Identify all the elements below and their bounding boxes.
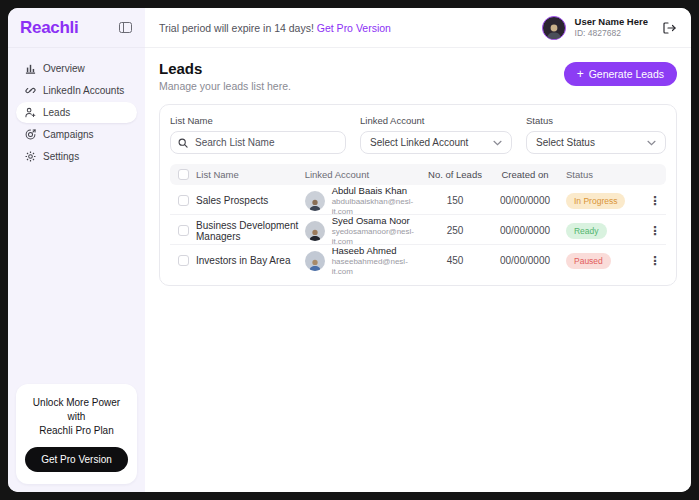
page-title: Leads (159, 60, 291, 77)
get-pro-version-link[interactable]: Get Pro Version (317, 22, 391, 34)
screenshot-frame: Reachli Overview LinkedIn Accounts (0, 0, 699, 500)
trial-banner: Trial period will expire in 14 days! Get… (159, 22, 391, 34)
plus-icon: + (577, 68, 584, 80)
sidebar-logo-row: Reachli (8, 8, 145, 48)
status-select[interactable]: Select Status (526, 131, 666, 154)
list-name-cell: Business Development Managers (196, 220, 305, 242)
filter-list-name: List Name (170, 115, 346, 154)
generate-leads-button[interactable]: + Generate Leads (564, 62, 677, 86)
status-badge: Ready (566, 223, 607, 239)
sidebar-collapse-icon[interactable] (117, 20, 133, 36)
row-actions-kebab-icon[interactable]: ⋮ (644, 195, 666, 207)
table-row: Sales Prospects Abdul Baais Khan abdulba… (170, 185, 666, 215)
brand-logo: Reachli (20, 18, 78, 38)
leads-page: Leads Manage your leads list here. + Gen… (145, 48, 691, 492)
account-avatar (305, 221, 325, 241)
promo-text-line2: Reachli Pro Plan (24, 424, 129, 438)
sidebar-nav: Overview LinkedIn Accounts Leads Campaig… (8, 48, 145, 167)
link-icon (24, 85, 36, 97)
user-name: User Name Here (575, 16, 648, 28)
page-header-text: Leads Manage your leads list here. (159, 60, 291, 92)
chevron-down-icon (647, 140, 656, 146)
filter-list-name-label: List Name (170, 115, 346, 126)
get-pro-version-button[interactable]: Get Pro Version (25, 447, 128, 472)
sidebar-item-label: Overview (43, 63, 85, 74)
row-checkbox[interactable] (178, 195, 189, 206)
search-list-name-input[interactable] (170, 131, 346, 154)
col-status: Status (566, 169, 644, 180)
topbar: Trial period will expire in 14 days! Get… (145, 8, 691, 48)
user-box[interactable]: User Name Here ID: 4827682 (542, 16, 677, 40)
status-cell: Ready (566, 223, 644, 239)
sidebar-item-linkedin-accounts[interactable]: LinkedIn Accounts (16, 80, 137, 101)
created-on-cell: 00/00/0000 (484, 225, 566, 236)
sidebar-item-label: Settings (43, 151, 79, 162)
linked-account-select[interactable]: Select Linked Account (360, 131, 512, 154)
row-actions-kebab-icon[interactable]: ⋮ (644, 225, 666, 237)
person-add-icon (24, 107, 36, 119)
leads-count-cell: 450 (426, 255, 484, 266)
sidebar-spacer (8, 167, 145, 376)
row-checkbox[interactable] (178, 225, 189, 236)
sidebar-item-settings[interactable]: Settings (16, 146, 137, 167)
leads-table: List Name Linked Account No. of Leads Cr… (170, 164, 666, 275)
table-header-row: List Name Linked Account No. of Leads Cr… (170, 164, 666, 185)
main-area: Trial period will expire in 14 days! Get… (145, 8, 691, 492)
account-meta: Haseeb Ahmed haseebahmed@nesl-it.com (332, 245, 426, 277)
logout-icon[interactable] (661, 20, 677, 36)
account-avatar (305, 251, 325, 271)
status-cell: In Progress (566, 193, 644, 209)
status-badge: In Progress (566, 193, 625, 209)
user-meta: User Name Here ID: 4827682 (575, 16, 648, 39)
account-avatar (305, 191, 325, 211)
created-on-cell: 00/00/0000 (484, 255, 566, 266)
linked-account-select-value: Select Linked Account (370, 137, 468, 148)
sidebar-item-leads[interactable]: Leads (16, 102, 137, 123)
account-email: haseebahmed@nesl-it.com (332, 257, 426, 277)
filter-linked-account: Linked Account Select Linked Account (360, 115, 512, 154)
sidebar-item-overview[interactable]: Overview (16, 58, 137, 79)
generate-leads-label: Generate Leads (589, 68, 664, 80)
list-name-cell: Investors in Bay Area (196, 255, 305, 266)
status-badge: Paused (566, 253, 611, 269)
table-row: Business Development Managers Syed Osama… (170, 215, 666, 245)
sidebar: Reachli Overview LinkedIn Accounts (8, 8, 145, 492)
gear-icon (24, 151, 36, 163)
col-no-of-leads: No. of Leads (426, 169, 484, 180)
created-on-cell: 00/00/0000 (484, 195, 566, 206)
list-name-cell: Sales Prospects (196, 195, 305, 206)
filter-linked-account-label: Linked Account (360, 115, 512, 126)
linked-account-cell: Haseeb Ahmed haseebahmed@nesl-it.com (305, 245, 426, 277)
col-created-on: Created on (484, 169, 566, 180)
page-header: Leads Manage your leads list here. + Gen… (159, 60, 677, 92)
status-cell: Paused (566, 253, 644, 269)
promo-text-line1: Unlock More Power with (24, 396, 129, 424)
account-email: abdulbaaiskhan@nesl-it.com (332, 197, 426, 217)
leads-card: List Name Linked Account Select Linked A… (159, 104, 677, 286)
campaign-icon (24, 129, 36, 141)
search-icon (178, 138, 188, 148)
linked-account-cell: Syed Osama Noor syedosamanoor@nesl-it.co… (305, 215, 426, 247)
user-avatar (542, 16, 566, 40)
filters-row: List Name Linked Account Select Linked A… (170, 115, 666, 154)
sidebar-item-label: Leads (43, 107, 70, 118)
trial-text: Trial period will expire in 14 days! (159, 22, 314, 34)
account-name: Abdul Baais Khan (332, 185, 426, 197)
table-row: Investors in Bay Area Haseeb Ahmed hasee… (170, 245, 666, 275)
filter-status: Status Select Status (526, 115, 666, 154)
pro-plan-promo-card: Unlock More Power with Reachli Pro Plan … (16, 384, 137, 484)
account-name: Syed Osama Noor (332, 215, 426, 227)
page-subtitle: Manage your leads list here. (159, 80, 291, 92)
leads-count-cell: 150 (426, 195, 484, 206)
sidebar-item-label: LinkedIn Accounts (43, 85, 124, 96)
chevron-down-icon (493, 140, 502, 146)
sidebar-item-campaigns[interactable]: Campaigns (16, 124, 137, 145)
sidebar-item-label: Campaigns (43, 129, 94, 140)
account-email: syedosamanoor@nesl-it.com (332, 227, 426, 247)
row-actions-kebab-icon[interactable]: ⋮ (644, 255, 666, 267)
select-all-checkbox[interactable] (178, 169, 189, 180)
promo-text: Unlock More Power with Reachli Pro Plan (24, 396, 129, 438)
account-name: Haseeb Ahmed (332, 245, 426, 257)
leads-count-cell: 250 (426, 225, 484, 236)
row-checkbox[interactable] (178, 255, 189, 266)
